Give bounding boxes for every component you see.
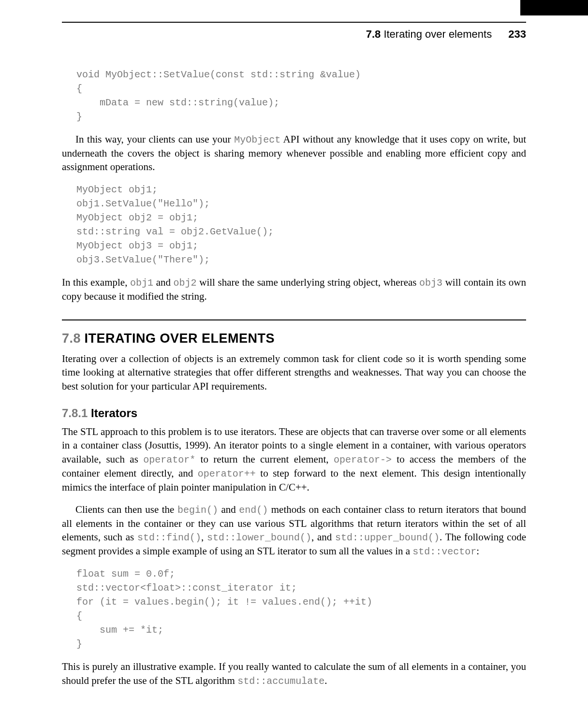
page-tab (520, 0, 588, 15)
section-heading: 7.8 ITERATING OVER ELEMENTS (62, 331, 526, 346)
inline-code: operator* (143, 454, 195, 465)
paragraph: The STL approach to this problem is to u… (62, 425, 526, 494)
text: to return the current element, (195, 453, 334, 465)
paragraph: In this way, your clients can use your M… (62, 132, 526, 174)
content: void MyObject::SetValue(const std::strin… (62, 68, 526, 696)
code-block-example-usage: MyObject obj1; obj1.SetValue("Hello"); M… (76, 183, 526, 267)
text: , and (311, 531, 335, 543)
text: , (201, 531, 207, 543)
inline-code: std::upper_bound() (335, 532, 440, 543)
section-rule (62, 319, 526, 320)
header-rule (62, 22, 526, 23)
inline-code: operator-> (334, 454, 392, 465)
paragraph: Iterating over a collection of objects i… (62, 352, 526, 393)
inline-code: obj3 (419, 277, 442, 289)
text: will share the same underlying string ob… (197, 276, 419, 288)
paragraph: In this example, obj1 and obj2 will shar… (62, 276, 526, 303)
inline-code: std::lower_bound() (207, 532, 311, 543)
code-block-setvalue: void MyObject::SetValue(const std::strin… (76, 68, 526, 124)
inline-code: end() (239, 505, 268, 516)
subsection-number: 7.8.1 (62, 406, 88, 420)
inline-code: std::vector (412, 546, 476, 557)
section-number: 7.8 (62, 331, 81, 346)
text: In this example, (62, 276, 130, 288)
inline-code: begin() (177, 505, 218, 516)
text: Clients can then use the (75, 504, 177, 515)
section-title: ITERATING OVER ELEMENTS (85, 331, 275, 346)
page: 7.8 Iterating over elements 233 void MyO… (0, 0, 588, 725)
subsection-title: Iterators (91, 406, 137, 420)
subsection-heading: 7.8.1 Iterators (62, 406, 526, 420)
inline-code: obj1 (130, 277, 153, 289)
inline-code: obj2 (174, 277, 197, 289)
text: . (324, 675, 327, 686)
code-block-iterator-sum: float sum = 0.0f; std::vector<float>::co… (76, 567, 526, 651)
inline-code: std::accumulate (237, 676, 324, 687)
inline-code: operator++ (198, 468, 256, 479)
running-head: 7.8 Iterating over elements 233 (366, 28, 526, 41)
header-section-title: Iterating over elements (383, 28, 492, 40)
text: and (218, 504, 239, 515)
inline-code: std::find() (137, 532, 201, 543)
page-number: 233 (508, 28, 526, 40)
paragraph: Clients can then use the begin() and end… (62, 503, 526, 558)
inline-code: MyObject (234, 134, 280, 145)
text: : (476, 545, 479, 557)
text: and (153, 276, 174, 288)
paragraph: This is purely an illustrative example. … (62, 660, 526, 687)
text: In this way, your clients can use your (75, 133, 234, 145)
header-section-number: 7.8 (366, 28, 381, 40)
